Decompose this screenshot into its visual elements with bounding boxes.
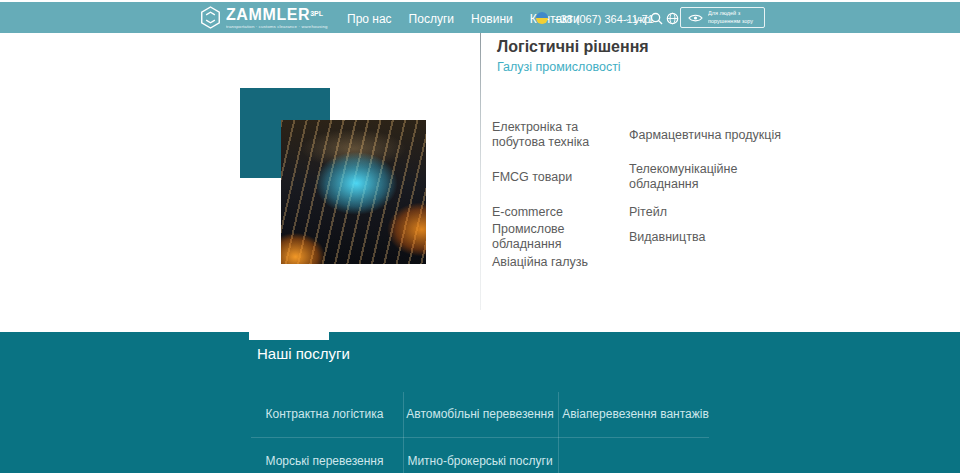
industry-item[interactable]: Телекомунікаційне обладнання xyxy=(629,162,781,192)
page-title: Логістичні рішення xyxy=(497,38,649,56)
industries-list: Електроніка та побутова техніка Фармацев… xyxy=(492,118,792,272)
services-title: Наші послуги xyxy=(257,345,350,362)
industry-item[interactable]: Фармацевтична продукція xyxy=(629,128,781,143)
industry-item[interactable]: Видавництва xyxy=(629,230,781,245)
industry-item[interactable]: FMCG товари xyxy=(492,170,629,185)
nav-news[interactable]: Новини xyxy=(471,12,513,26)
nav-about[interactable]: Про нас xyxy=(347,12,392,26)
services-grid: Контрактна логістика Автомобільні переве… xyxy=(247,390,713,473)
ukraine-flag-icon[interactable] xyxy=(536,12,548,24)
logo[interactable]: ZAMMLER3PL transportation · customs clea… xyxy=(200,6,367,30)
industries-link[interactable]: Галузі промисловості xyxy=(497,60,621,74)
eye-icon xyxy=(688,13,703,23)
logo-tagline: transportation · customs clearance · war… xyxy=(226,24,328,28)
service-link[interactable]: Авіаперевезення вантажів xyxy=(558,390,713,437)
vertical-divider xyxy=(480,33,481,310)
globe-icon[interactable] xyxy=(666,2,679,35)
industry-item[interactable]: Авіаційна галузь xyxy=(492,255,629,270)
a11y-label-line1: Для людей з xyxy=(708,10,753,18)
service-cell-empty xyxy=(558,437,713,473)
industry-item[interactable]: Рітейл xyxy=(629,205,781,220)
language-switcher[interactable]: укр xyxy=(634,2,650,35)
logo-brand: ZAMMLER3PL xyxy=(226,6,367,23)
section-notch xyxy=(249,331,329,340)
header-bar: ZAMMLER3PL transportation · customs clea… xyxy=(0,2,960,33)
chevron-down-icon[interactable]: ⌄ xyxy=(624,2,631,35)
warehouse-lightpainting-photo xyxy=(281,120,426,264)
service-link[interactable]: Контрактна логістика xyxy=(247,390,402,437)
accessibility-button[interactable]: Для людей з порушенням зору xyxy=(680,7,765,28)
search-icon[interactable] xyxy=(650,2,663,35)
industry-item[interactable]: Електроніка та побутова техніка xyxy=(492,120,629,150)
service-link[interactable]: Автомобільні перевезення xyxy=(402,390,558,437)
service-link[interactable]: Митно-брокерські послуги xyxy=(402,437,558,473)
a11y-label-line2: порушенням зору xyxy=(708,18,753,26)
service-link[interactable]: Морські перевезення xyxy=(247,437,402,473)
logo-3pl: 3PL xyxy=(310,10,323,17)
zammler-logo-icon xyxy=(200,6,221,29)
nav-services[interactable]: Послуги xyxy=(409,12,454,26)
industry-item[interactable]: E-commerce xyxy=(492,205,629,220)
industry-item[interactable]: Промислове обладнання xyxy=(492,222,629,252)
